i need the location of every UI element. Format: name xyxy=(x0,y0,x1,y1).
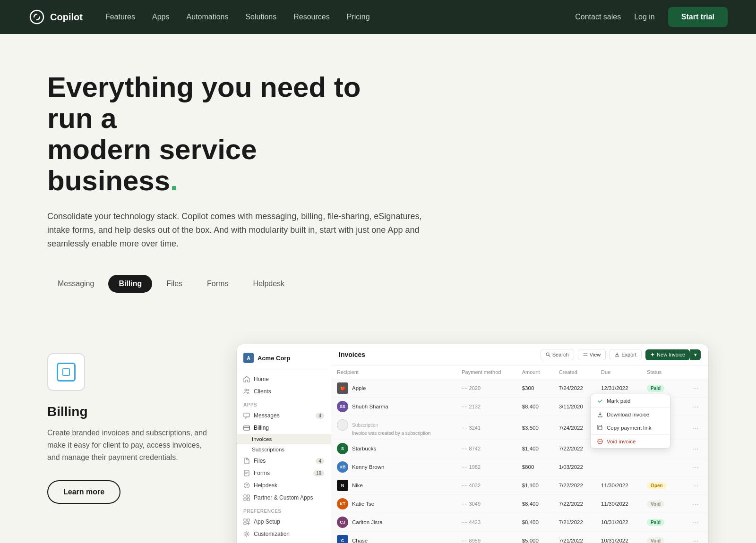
nav-contact-sales[interactable]: Contact sales xyxy=(575,13,621,21)
more-actions-button[interactable]: ··· xyxy=(692,463,699,471)
sidebar-item-billing[interactable]: Billing xyxy=(237,422,331,434)
export-button[interactable]: Export xyxy=(610,349,642,360)
svg-rect-20 xyxy=(599,426,602,430)
nav-apps[interactable]: Apps xyxy=(152,13,169,21)
sidebar-company: A Acme Corp xyxy=(237,351,331,370)
invoices-title: Invoices xyxy=(339,351,365,358)
recipient-name: Shubh Sharma xyxy=(352,404,388,409)
svg-point-1 xyxy=(245,389,247,391)
subscription-note: Invoice was created by a subscription xyxy=(337,431,450,436)
cell-recipient: C Chase xyxy=(331,532,456,543)
new-invoice-dropdown[interactable]: ▾ xyxy=(690,349,701,360)
cell-recipient: CJ Carlton Jisra xyxy=(331,513,456,532)
more-actions-button[interactable]: ··· xyxy=(692,518,699,526)
cell-status: Open xyxy=(641,476,687,495)
new-invoice-button[interactable]: New Invoice xyxy=(645,349,690,360)
cell-created: 7/24/2022 xyxy=(553,379,595,398)
cell-created: 7/22/2022 xyxy=(553,440,595,458)
context-copy-link[interactable]: Copy payment link xyxy=(591,421,670,434)
table-row: SS Shubh Sharma ···· 2132 $8,400 3/11/20… xyxy=(331,398,708,416)
cell-payment-method: ···· 3049 xyxy=(456,495,516,513)
more-actions-button[interactable]: ··· xyxy=(692,482,699,489)
tab-files[interactable]: Files xyxy=(156,275,193,293)
context-void[interactable]: Void invoice xyxy=(591,435,670,448)
cell-amount: $3,500 xyxy=(516,416,553,440)
sidebar-item-partner-apps[interactable]: Partner & Custom Apps xyxy=(237,492,331,504)
logo[interactable]: Copilot xyxy=(28,8,83,25)
nav-features[interactable]: Features xyxy=(105,13,135,21)
context-mark-paid[interactable]: Mark paid xyxy=(591,394,670,407)
cell-actions: ··· xyxy=(687,416,708,440)
cell-due xyxy=(595,458,641,476)
search-button[interactable]: Search xyxy=(541,349,574,360)
status-badge: Void xyxy=(647,537,664,543)
avatar: C xyxy=(337,535,348,543)
cell-due: 10/31/2022 xyxy=(595,513,641,532)
nav-automations[interactable]: Automations xyxy=(186,13,228,21)
svg-point-19 xyxy=(546,353,549,356)
nav-pricing[interactable]: Pricing xyxy=(347,13,370,21)
more-actions-button[interactable]: ··· xyxy=(692,500,699,508)
cell-status: Void xyxy=(641,495,687,513)
invoices-data-table: Recipient Payment method Amount Created … xyxy=(331,365,708,543)
sidebar-sub-subscriptions[interactable]: Subscriptions xyxy=(237,444,331,455)
cell-amount: $8,400 xyxy=(516,398,553,416)
col-actions xyxy=(687,365,708,379)
more-actions-button[interactable]: ··· xyxy=(692,445,699,452)
tab-billing[interactable]: Billing xyxy=(108,275,152,293)
avatar: KT xyxy=(337,498,348,509)
avatar: S xyxy=(337,443,348,454)
view-button[interactable]: View xyxy=(578,349,606,360)
cell-actions: ··· xyxy=(687,458,708,476)
nav-resources[interactable]: Resources xyxy=(293,13,329,21)
recipient-cell: S Starbucks xyxy=(337,443,450,454)
home-icon xyxy=(243,376,250,382)
col-due: Due xyxy=(595,365,641,379)
sidebar-item-messages[interactable]: Messages 4 xyxy=(237,409,331,422)
more-actions-button[interactable]: ··· xyxy=(692,384,699,392)
sidebar-item-files[interactable]: Files 4 xyxy=(237,455,331,467)
status-badge: Paid xyxy=(647,385,664,392)
sidebar-item-refer[interactable]: Refer Copilot xyxy=(237,540,331,543)
recipient-name: Carlton Jisra xyxy=(352,519,383,525)
cell-status: Paid xyxy=(641,513,687,532)
nav-solutions[interactable]: Solutions xyxy=(245,13,276,21)
cell-recipient: SS Shubh Sharma xyxy=(331,398,456,416)
content-area: Billing Create branded invoices and subs… xyxy=(0,344,756,543)
sidebar-item-clients[interactable]: Clients xyxy=(237,385,331,398)
cell-amount: $5,000 xyxy=(516,532,553,543)
more-actions-button[interactable]: ··· xyxy=(692,537,699,543)
tab-helpdesk[interactable]: Helpdesk xyxy=(242,275,295,293)
recipient-cell: N Nike xyxy=(337,480,450,491)
sidebar-item-forms[interactable]: Forms 19 xyxy=(237,467,331,479)
tab-messaging[interactable]: Messaging xyxy=(47,275,104,293)
nav-login[interactable]: Log in xyxy=(634,13,655,21)
view-icon xyxy=(583,352,588,357)
tab-forms[interactable]: Forms xyxy=(197,275,239,293)
context-download[interactable]: Download invoice xyxy=(591,408,670,421)
files-icon xyxy=(243,458,250,464)
cell-recipient: Subscription Invoice was created by a su… xyxy=(331,416,456,440)
cell-amount: $800 xyxy=(516,458,553,476)
cell-amount: $300 xyxy=(516,379,553,398)
cell-created: 1/03/2022 xyxy=(553,458,595,476)
billing-description: Create branded invoices and subscription… xyxy=(47,427,208,463)
start-trial-button[interactable]: Start trial xyxy=(668,7,728,27)
cell-created: 7/21/2022 xyxy=(553,513,595,532)
recipient-name: Chase xyxy=(352,538,368,543)
learn-more-button[interactable]: Learn more xyxy=(47,480,120,504)
avatar: KB xyxy=(337,461,348,473)
sidebar-item-home[interactable]: Home xyxy=(237,373,331,385)
sidebar-item-helpdesk[interactable]: Helpdesk xyxy=(237,479,331,492)
sidebar-item-customization[interactable]: Customization xyxy=(237,528,331,540)
more-actions-button[interactable]: ··· xyxy=(692,424,699,432)
sidebar-item-app-setup[interactable]: App Setup xyxy=(237,516,331,528)
sidebar-sub-invoices[interactable]: Invoices xyxy=(237,434,331,444)
recipient-name: Katie Tse xyxy=(352,501,374,507)
helpdesk-icon xyxy=(243,482,250,489)
more-actions-button[interactable]: ··· xyxy=(692,403,699,410)
billing-icon-inner xyxy=(57,363,76,382)
hero-headline: Everything you need to run a modern serv… xyxy=(47,72,378,196)
billing-icon xyxy=(243,424,250,431)
plus-icon xyxy=(650,352,655,357)
